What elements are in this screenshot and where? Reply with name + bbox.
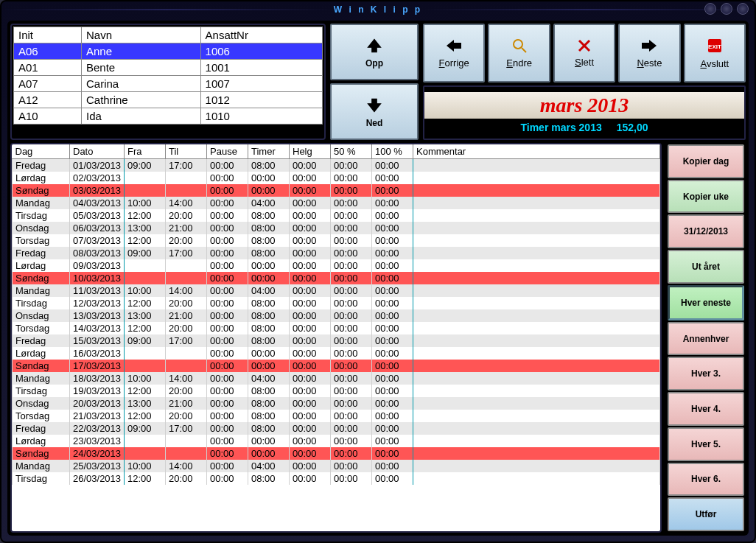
timesheet-row[interactable]: Lørdag16/03/201300:0000:0000:0000:0000:0… [13, 347, 660, 360]
grid-header[interactable]: 50 % [331, 144, 372, 159]
exit-button[interactable]: EXIT Avslutt [684, 24, 746, 83]
search-icon [512, 38, 527, 53]
timesheet-row[interactable]: Søndag03/03/201300:0000:0000:0000:0000:0… [13, 184, 660, 197]
svg-line-1 [522, 48, 526, 52]
timesheet-row[interactable]: Søndag17/03/201300:0000:0000:0000:0000:0… [13, 360, 660, 372]
timesheet-row[interactable]: Tirsdag26/03/201312:0020:0000:0008:0000:… [13, 472, 660, 485]
down-button[interactable]: Ned [330, 83, 419, 140]
timesheet-row[interactable]: Mandag25/03/201310:0014:0000:0004:0000:0… [13, 460, 660, 472]
timesheet-row[interactable]: Onsdag13/03/201313:0021:0000:0008:0000:0… [13, 309, 660, 322]
grid-header[interactable]: Fra [125, 144, 166, 159]
timesheet-table[interactable]: DagDatoFraTilPauseTimerHelg50 %100 %Komm… [12, 144, 660, 485]
timer-summary: Timer mars 2013152,00 [520, 119, 648, 133]
timesheet-row[interactable]: Tirsdag12/03/201312:0020:0000:0008:0000:… [13, 297, 660, 309]
side-button-hver-eneste[interactable]: Hver eneste [668, 285, 744, 320]
up-label: Opp [365, 58, 383, 69]
emp-header[interactable]: AnsattNr [200, 27, 322, 43]
side-button-panel: Kopier dagKopier uke31/12/2013Ut åretHve… [666, 143, 746, 533]
app-window: W i n K l i p p InitNavnAnsattNr A06Anne… [0, 0, 756, 543]
timesheet-row[interactable]: Tirsdag05/03/201312:0020:0000:0008:0000:… [13, 209, 660, 222]
grid-header[interactable]: Dag [13, 144, 70, 159]
side-button-utf-r[interactable]: Utfør [668, 497, 744, 531]
grid-header[interactable]: Timer [248, 144, 290, 159]
side-button-hver-4-[interactable]: Hver 4. [668, 392, 744, 426]
arrow-right-icon [640, 38, 658, 53]
timesheet-row[interactable]: Søndag24/03/201300:0000:0000:0000:0000:0… [13, 447, 660, 460]
emp-header[interactable]: Navn [82, 27, 201, 43]
grid-header[interactable]: Kommentar [413, 144, 660, 159]
timesheet-row[interactable]: Fredag15/03/201309:0017:0000:0008:0000:0… [13, 334, 660, 347]
side-button-hver-3-[interactable]: Hver 3. [668, 357, 744, 390]
timesheet-row[interactable]: Fredag22/03/201309:0017:0000:0008:0000:0… [13, 422, 660, 435]
x-icon [578, 39, 591, 52]
timesheet-row[interactable]: Mandag04/03/201310:0014:0000:0004:0000:0… [13, 197, 660, 209]
next-label: Neste [637, 57, 662, 69]
grid-header[interactable]: Til [166, 144, 207, 159]
side-button-hver-5-[interactable]: Hver 5. [668, 427, 744, 461]
edit-button[interactable]: Endre [488, 24, 550, 83]
timesheet-row[interactable]: Fredag08/03/201309:0017:0000:0008:0000:0… [13, 247, 660, 259]
timesheet-row[interactable]: Fredag01/03/201309:0017:0000:0008:0000:0… [13, 159, 660, 172]
arrow-up-icon [365, 36, 384, 55]
timesheet-row[interactable]: Mandag18/03/201310:0014:0000:0004:0000:0… [13, 372, 660, 385]
employee-row[interactable]: A12Cathrine1012 [14, 92, 323, 108]
grid-header[interactable]: Dato [70, 144, 125, 159]
grid-header[interactable]: Helg [290, 144, 331, 159]
prev-label: Forrige [439, 57, 469, 69]
timesheet-row[interactable]: Lørdag23/03/201300:0000:0000:0000:0000:0… [13, 435, 660, 447]
minimize-button[interactable] [704, 3, 716, 15]
timesheet-panel: DagDatoFraTilPauseTimerHelg50 %100 %Komm… [10, 143, 662, 533]
timesheet-row[interactable]: Mandag11/03/201310:0014:0000:0004:0000:0… [13, 284, 660, 297]
app-title: W i n K l i p p [334, 4, 422, 15]
delete-label: Slett [575, 57, 594, 68]
prev-button[interactable]: Forrige [423, 24, 485, 83]
timesheet-row[interactable]: Tirsdag19/03/201312:0020:0000:0008:0000:… [13, 385, 660, 397]
side-button-kopier-dag[interactable]: Kopier dag [668, 144, 744, 178]
down-label: Ned [366, 118, 383, 128]
exit-label: Avslutt [700, 58, 729, 69]
month-title: mars 2013 [424, 92, 744, 119]
side-button-kopier-uke[interactable]: Kopier uke [668, 180, 744, 214]
timesheet-row[interactable]: Lørdag09/03/201300:0000:0000:0000:0000:0… [13, 259, 660, 272]
up-button[interactable]: Opp [330, 24, 419, 80]
grid-header[interactable]: 100 % [372, 144, 413, 159]
timesheet-row[interactable]: Torsdag14/03/201312:0020:0000:0008:0000:… [13, 322, 660, 334]
grid-header[interactable]: Pause [207, 144, 248, 159]
timesheet-row[interactable]: Onsdag06/03/201313:0021:0000:0008:0000:0… [13, 222, 660, 234]
timesheet-row[interactable]: Lørdag02/03/201300:0000:0000:0000:0000:0… [13, 172, 660, 184]
delete-button[interactable]: Slett [553, 24, 615, 83]
close-button[interactable] [737, 3, 749, 15]
employee-row[interactable]: A07Carina1007 [14, 76, 323, 92]
edit-label: Endre [506, 57, 532, 69]
employee-list-panel: InitNavnAnsattNr A06Anne1006A01Bente1001… [10, 24, 326, 140]
side-button-hver-6-[interactable]: Hver 6. [668, 463, 744, 497]
next-button[interactable]: Neste [618, 24, 680, 83]
employee-row[interactable]: A06Anne1006 [14, 43, 323, 60]
month-panel: mars 2013 Timer mars 2013152,00 [423, 85, 746, 140]
svg-text:EXIT: EXIT [708, 43, 721, 50]
titlebar: W i n K l i p p [1, 1, 755, 18]
employee-table[interactable]: InitNavnAnsattNr A06Anne1006A01Bente1001… [13, 27, 323, 125]
side-button-31-12-2013[interactable]: 31/12/2013 [668, 214, 744, 248]
timesheet-row[interactable]: Onsdag20/03/201313:0021:0000:0008:0000:0… [13, 397, 660, 410]
timesheet-row[interactable]: Torsdag21/03/201312:0020:0000:0008:0000:… [13, 410, 660, 422]
arrow-left-icon [445, 38, 463, 53]
arrow-down-icon [365, 96, 384, 115]
svg-point-0 [514, 40, 522, 49]
side-button-ut-ret[interactable]: Ut året [668, 250, 744, 284]
maximize-button[interactable] [721, 3, 732, 15]
side-button-annenhver[interactable]: Annenhver [668, 322, 744, 356]
employee-row[interactable]: A01Bente1001 [14, 60, 323, 76]
timesheet-row[interactable]: Søndag10/03/201300:0000:0000:0000:0000:0… [13, 272, 660, 284]
timesheet-row[interactable]: Torsdag07/03/201312:0020:0000:0008:0000:… [13, 234, 660, 247]
employee-row[interactable]: A10Ida1010 [14, 108, 323, 125]
emp-header[interactable]: Init [14, 27, 82, 43]
exit-icon: EXIT [707, 38, 723, 54]
